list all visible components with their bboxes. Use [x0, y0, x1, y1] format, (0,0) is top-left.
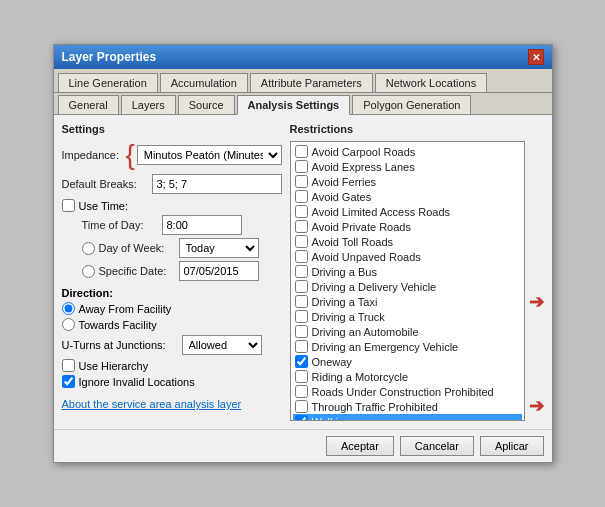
- restriction-checkbox[interactable]: [295, 175, 308, 188]
- footer: Aceptar Cancelar Aplicar: [54, 429, 552, 462]
- accept-button[interactable]: Aceptar: [326, 436, 394, 456]
- restriction-checkbox[interactable]: [295, 205, 308, 218]
- restriction-label: Driving an Emergency Vehicle: [312, 341, 459, 353]
- tab-network-locations[interactable]: Network Locations: [375, 73, 488, 92]
- restriction-checkbox[interactable]: [295, 370, 308, 383]
- restriction-checkbox[interactable]: [295, 190, 308, 203]
- use-hierarchy-label: Use Hierarchy: [79, 360, 149, 372]
- time-of-day-label: Time of Day:: [82, 219, 162, 231]
- arrows-column: ➔ ➔: [529, 141, 544, 421]
- oneway-arrow-icon: ➔: [529, 291, 544, 313]
- restriction-item[interactable]: Avoid Toll Roads: [293, 234, 522, 249]
- restriction-checkbox[interactable]: [295, 310, 308, 323]
- tab-general[interactable]: General: [58, 95, 119, 114]
- restriction-label: Avoid Private Roads: [312, 221, 411, 233]
- impedance-row: Impedance: { Minutos Peatón (Minutes): [62, 141, 282, 169]
- away-from-radio[interactable]: [62, 302, 75, 315]
- default-breaks-row: Default Breaks:: [62, 174, 282, 194]
- close-button[interactable]: ✕: [528, 49, 544, 65]
- use-hierarchy-row: Use Hierarchy: [62, 359, 282, 372]
- tab-polygon-generation[interactable]: Polygon Generation: [352, 95, 471, 114]
- restriction-checkbox[interactable]: [295, 415, 308, 421]
- restriction-item[interactable]: Driving an Automobile: [293, 324, 522, 339]
- day-of-week-radio[interactable]: [82, 242, 95, 255]
- left-panel: Settings Impedance: { Minutos Peatón (Mi…: [62, 123, 282, 421]
- restriction-item[interactable]: Driving an Emergency Vehicle: [293, 339, 522, 354]
- restriction-label: Avoid Carpool Roads: [312, 146, 416, 158]
- ignore-invalid-row: Ignore Invalid Locations: [62, 375, 282, 388]
- restriction-checkbox[interactable]: [295, 385, 308, 398]
- restriction-checkbox[interactable]: [295, 235, 308, 248]
- restriction-label: Avoid Unpaved Roads: [312, 251, 421, 263]
- about-link[interactable]: About the service area analysis layer: [62, 398, 282, 410]
- restriction-checkbox[interactable]: [295, 340, 308, 353]
- restriction-item[interactable]: Riding a Motorcycle: [293, 369, 522, 384]
- restriction-item[interactable]: Oneway: [293, 354, 522, 369]
- restriction-item[interactable]: Driving a Bus: [293, 264, 522, 279]
- direction-section: Direction: Away From Facility Towards Fa…: [62, 287, 282, 331]
- walking-arrow-container: ➔: [529, 395, 544, 417]
- restriction-checkbox[interactable]: [295, 400, 308, 413]
- restriction-checkbox[interactable]: [295, 325, 308, 338]
- use-time-checkbox[interactable]: [62, 199, 75, 212]
- restriction-checkbox[interactable]: [295, 160, 308, 173]
- settings-label: Settings: [62, 123, 282, 135]
- specific-date-input[interactable]: [179, 261, 259, 281]
- ignore-invalid-label: Ignore Invalid Locations: [79, 376, 195, 388]
- tab-source[interactable]: Source: [178, 95, 235, 114]
- restriction-label: Avoid Toll Roads: [312, 236, 394, 248]
- restriction-label: Driving a Bus: [312, 266, 377, 278]
- time-of-day-input[interactable]: [162, 215, 242, 235]
- restriction-item[interactable]: Avoid Ferries: [293, 174, 522, 189]
- restriction-item[interactable]: Avoid Limited Access Roads: [293, 204, 522, 219]
- impedance-label: Impedance:: [62, 149, 126, 161]
- restriction-item[interactable]: Walking: [293, 414, 522, 421]
- oneway-arrow-container: ➔: [529, 291, 544, 313]
- uturns-select[interactable]: Allowed: [182, 335, 262, 355]
- tab-layers[interactable]: Layers: [121, 95, 176, 114]
- restriction-checkbox[interactable]: [295, 265, 308, 278]
- restriction-label: Riding a Motorcycle: [312, 371, 409, 383]
- restriction-item[interactable]: Roads Under Construction Prohibited: [293, 384, 522, 399]
- restriction-item[interactable]: Avoid Express Lanes: [293, 159, 522, 174]
- tab-analysis-settings[interactable]: Analysis Settings: [237, 95, 351, 115]
- restriction-item[interactable]: Driving a Delivery Vehicle: [293, 279, 522, 294]
- use-hierarchy-checkbox[interactable]: [62, 359, 75, 372]
- day-of-week-select[interactable]: Today: [179, 238, 259, 258]
- layer-properties-dialog: Layer Properties ✕ Line Generation Accum…: [53, 44, 553, 463]
- restriction-item[interactable]: Driving a Truck: [293, 309, 522, 324]
- default-breaks-label: Default Breaks:: [62, 178, 152, 190]
- restriction-checkbox[interactable]: [295, 250, 308, 263]
- tab-attribute-parameters[interactable]: Attribute Parameters: [250, 73, 373, 92]
- restriction-checkbox[interactable]: [295, 145, 308, 158]
- restriction-checkbox[interactable]: [295, 220, 308, 233]
- use-time-label: Use Time:: [79, 200, 129, 212]
- restriction-label: Avoid Gates: [312, 191, 372, 203]
- impedance-select[interactable]: Minutos Peatón (Minutes): [137, 145, 282, 165]
- restriction-checkbox[interactable]: [295, 295, 308, 308]
- restriction-item[interactable]: Avoid Gates: [293, 189, 522, 204]
- restriction-item[interactable]: Avoid Private Roads: [293, 219, 522, 234]
- ignore-invalid-checkbox[interactable]: [62, 375, 75, 388]
- restriction-item[interactable]: Through Traffic Prohibited: [293, 399, 522, 414]
- restriction-item[interactable]: Avoid Unpaved Roads: [293, 249, 522, 264]
- away-from-row: Away From Facility: [62, 302, 282, 315]
- tab-line-generation[interactable]: Line Generation: [58, 73, 158, 92]
- restriction-item[interactable]: Driving a Taxi: [293, 294, 522, 309]
- restriction-checkbox[interactable]: [295, 280, 308, 293]
- specific-date-radio[interactable]: [82, 265, 95, 278]
- direction-label: Direction:: [62, 287, 282, 299]
- tab-accumulation[interactable]: Accumulation: [160, 73, 248, 92]
- default-breaks-input[interactable]: [152, 174, 282, 194]
- restriction-label: Walking: [312, 416, 351, 422]
- restriction-label: Driving an Automobile: [312, 326, 419, 338]
- restriction-label: Avoid Ferries: [312, 176, 377, 188]
- restriction-checkbox[interactable]: [295, 355, 308, 368]
- towards-row: Towards Facility: [62, 318, 282, 331]
- apply-button[interactable]: Aplicar: [480, 436, 544, 456]
- time-of-day-row: Time of Day:: [82, 215, 282, 235]
- restriction-item[interactable]: Avoid Carpool Roads: [293, 144, 522, 159]
- cancel-button[interactable]: Cancelar: [400, 436, 474, 456]
- towards-radio[interactable]: [62, 318, 75, 331]
- use-time-row: Use Time:: [62, 199, 282, 212]
